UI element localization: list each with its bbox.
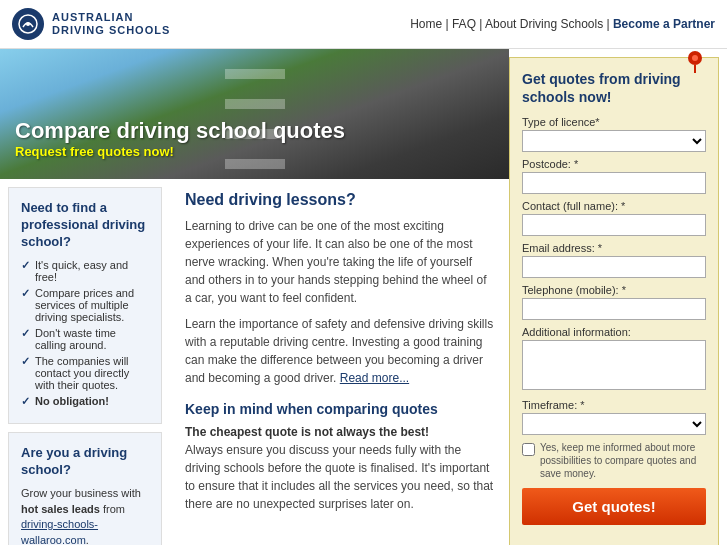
content-area: Need to find a professional driving scho…: [0, 179, 509, 545]
left-panel: Need to find a professional driving scho…: [0, 179, 170, 545]
checkbox-row: Yes, keep me informed about more possibi…: [522, 441, 706, 480]
side-box1-heading: Need to find a professional driving scho…: [21, 200, 149, 251]
list-item: No obligation!: [21, 395, 149, 407]
telephone-input[interactable]: [522, 298, 706, 320]
svg-point-1: [26, 22, 30, 26]
timeframe-select[interactable]: As soon as possible Within a month Withi…: [522, 413, 706, 435]
form-heading: Get quotes from driving schools now!: [522, 70, 706, 106]
section2-body: The cheapest quote is not always the bes…: [185, 423, 494, 513]
email-row: Email address: *: [522, 242, 706, 278]
licence-row: Type of licence* Car Motorcycle Truck: [522, 116, 706, 152]
hero-road-image: [0, 49, 509, 179]
section1-para1: Learning to drive can be one of the most…: [185, 217, 494, 307]
list-item: It's quick, easy and free!: [21, 259, 149, 283]
telephone-label: Telephone (mobile): *: [522, 284, 706, 296]
side-box-find-school: Need to find a professional driving scho…: [8, 187, 162, 424]
center-panel: Need driving lessons? Learning to drive …: [170, 179, 509, 545]
licence-label: Type of licence*: [522, 116, 706, 128]
logo-line1: AUSTRALIAN: [52, 11, 170, 24]
postcode-input[interactable]: [522, 172, 706, 194]
logo-area: AUSTRALIAN DRIVING SCHOOLS: [12, 8, 170, 40]
section2-bold: The cheapest quote is not always the bes…: [185, 425, 429, 439]
side-box2-heading: Are you a driving school?: [21, 445, 149, 479]
additional-row: Additional information:: [522, 326, 706, 393]
postcode-label: Postcode: *: [522, 158, 706, 170]
svg-point-3: [692, 55, 698, 61]
nav-links: Home | FAQ | About Driving Schools | Bec…: [410, 17, 715, 31]
email-label: Email address: *: [522, 242, 706, 254]
header: AUSTRALIAN DRIVING SCHOOLS Home | FAQ | …: [0, 0, 727, 49]
list-item: Don't waste time calling around.: [21, 327, 149, 351]
pin-icon: [687, 50, 703, 74]
section1-para2: Learn the importance of safety and defen…: [185, 315, 494, 387]
hero-banner: Compare driving school quotes Request fr…: [0, 49, 509, 179]
list-item: The companies will contact you directly …: [21, 355, 149, 391]
side-box2-body: Grow your business with hot sales leads …: [21, 486, 149, 545]
right-form-panel: Get quotes from driving schools now! Typ…: [509, 57, 719, 545]
timeframe-row: Timeframe: * As soon as possible Within …: [522, 399, 706, 435]
hero-text: Compare driving school quotes Request fr…: [15, 118, 345, 159]
contact-label: Contact (full name): *: [522, 200, 706, 212]
email-input[interactable]: [522, 256, 706, 278]
newsletter-checkbox[interactable]: [522, 443, 535, 456]
nav-home[interactable]: Home: [410, 17, 442, 31]
nav-about[interactable]: About Driving Schools: [485, 17, 603, 31]
timeframe-label: Timeframe: *: [522, 399, 706, 411]
logo-line2: DRIVING SCHOOLS: [52, 24, 170, 37]
left-content: Compare driving school quotes Request fr…: [0, 49, 509, 545]
logo-text: AUSTRALIAN DRIVING SCHOOLS: [52, 11, 170, 37]
hero-subtitle: Request free quotes now!: [15, 144, 345, 159]
side-box1-list: It's quick, easy and free! Compare price…: [21, 259, 149, 407]
additional-label: Additional information:: [522, 326, 706, 338]
nav-faq[interactable]: FAQ: [452, 17, 476, 31]
telephone-row: Telephone (mobile): *: [522, 284, 706, 320]
side-box-driving-school: Are you a driving school? Grow your busi…: [8, 432, 162, 545]
contact-row: Contact (full name): *: [522, 200, 706, 236]
section1-heading: Need driving lessons?: [185, 191, 494, 209]
licence-select[interactable]: Car Motorcycle Truck: [522, 130, 706, 152]
read-more-link[interactable]: Read more...: [340, 371, 409, 385]
logo-icon: [12, 8, 44, 40]
get-quotes-button[interactable]: Get quotes!: [522, 488, 706, 525]
nav-partner[interactable]: Become a Partner: [613, 17, 715, 31]
contact-input[interactable]: [522, 214, 706, 236]
hero-title: Compare driving school quotes: [15, 118, 345, 144]
section2-heading: Keep in mind when comparing quotes: [185, 401, 494, 417]
list-item: Compare prices and services of multiple …: [21, 287, 149, 323]
postcode-row: Postcode: *: [522, 158, 706, 194]
main-layout: Compare driving school quotes Request fr…: [0, 49, 727, 545]
checkbox-label: Yes, keep me informed about more possibi…: [540, 441, 706, 480]
additional-textarea[interactable]: [522, 340, 706, 390]
